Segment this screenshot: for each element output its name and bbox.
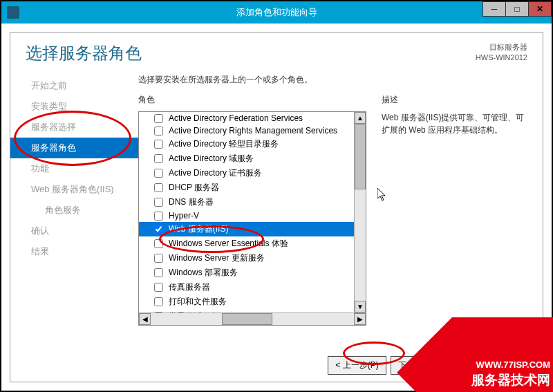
- role-checkbox[interactable]: [154, 254, 163, 263]
- scroll-left-icon[interactable]: ◀: [139, 313, 151, 325]
- role-item[interactable]: Windows 部署服务: [139, 265, 366, 280]
- role-item[interactable]: DHCP 服务器: [139, 180, 366, 195]
- vertical-scrollbar[interactable]: ▲ ▼: [354, 112, 366, 312]
- target-label: 目标服务器: [476, 42, 527, 53]
- role-label: Active Directory Rights Management Servi…: [169, 126, 337, 136]
- wizard-step-item[interactable]: 服务器角色: [10, 138, 138, 158]
- description-column-header: 描述: [382, 94, 530, 106]
- role-label: Active Directory 证书服务: [169, 167, 262, 179]
- role-label: Windows 部署服务: [169, 267, 238, 279]
- role-item[interactable]: Active Directory Rights Management Servi…: [139, 124, 366, 137]
- role-label: Active Directory Federation Services: [169, 113, 303, 123]
- role-item[interactable]: Active Directory Federation Services: [139, 112, 366, 124]
- wizard-step-item[interactable]: 安装类型: [10, 96, 138, 117]
- role-item[interactable]: Windows Server 更新服务: [139, 251, 366, 265]
- wizard-step-item[interactable]: 开始之前: [10, 75, 138, 96]
- wizard-step-item[interactable]: 结果: [10, 241, 138, 262]
- wizard-step-item[interactable]: 角色服务: [10, 200, 138, 221]
- role-checkbox[interactable]: [154, 127, 163, 136]
- wizard-footer: < 上一步(P) 下一步(N) > 安装(I) 取消: [10, 348, 543, 382]
- role-checkbox[interactable]: [154, 198, 163, 207]
- target-server-block: 目标服务器 HWS-WIN2012: [476, 42, 527, 63]
- roles-column-header: 角色: [138, 94, 366, 106]
- next-button[interactable]: 下一步(N) >: [391, 356, 449, 375]
- cancel-button[interactable]: 取消: [497, 356, 529, 375]
- app-icon: [7, 6, 19, 19]
- scroll-right-icon[interactable]: ▶: [354, 313, 366, 325]
- maximize-button[interactable]: □: [505, 1, 529, 17]
- role-label: Active Directory 域服务: [169, 153, 254, 165]
- minimize-button[interactable]: ─: [482, 1, 506, 17]
- role-checkbox[interactable]: [154, 140, 163, 149]
- role-label: Active Directory 轻型目录服务: [169, 138, 279, 150]
- roles-listbox[interactable]: Active Directory Federation ServicesActi…: [138, 111, 366, 326]
- scroll-thumb[interactable]: [355, 124, 366, 189]
- role-label: Web 服务器(IIS): [169, 223, 228, 235]
- role-label: DNS 服务器: [169, 196, 214, 208]
- role-label: Hyper-V: [169, 211, 199, 221]
- role-item[interactable]: Active Directory 域服务: [139, 151, 366, 166]
- role-item[interactable]: 打印和文件服务: [139, 295, 366, 309]
- role-item[interactable]: Web 服务器(IIS): [139, 222, 366, 236]
- close-button[interactable]: ✕: [528, 1, 552, 17]
- role-item[interactable]: Windows Server Essentials 体验: [139, 236, 366, 251]
- horizontal-scrollbar[interactable]: ◀ ▶: [139, 312, 366, 325]
- role-label: 传真服务器: [169, 281, 210, 293]
- titlebar: 添加角色和功能向导 ─ □ ✕: [1, 1, 552, 24]
- wizard-panel: 选择服务器角色 目标服务器 HWS-WIN2012 开始之前安装类型服务器选择服…: [10, 32, 543, 382]
- instruction-text: 选择要安装在所选服务器上的一个或多个角色。: [138, 74, 530, 86]
- role-checkbox[interactable]: [154, 268, 163, 277]
- page-title: 选择服务器角色: [26, 42, 142, 64]
- role-checkbox[interactable]: [154, 212, 163, 221]
- window-title: 添加角色和功能向导: [236, 6, 317, 19]
- role-checkbox[interactable]: [154, 297, 163, 306]
- role-item[interactable]: Hyper-V: [139, 209, 366, 222]
- previous-button[interactable]: < 上一步(P): [328, 356, 386, 375]
- scroll-down-icon[interactable]: ▼: [355, 301, 366, 312]
- role-checkbox[interactable]: [154, 154, 163, 163]
- role-item[interactable]: Active Directory 证书服务: [139, 166, 366, 180]
- role-checkbox[interactable]: [154, 239, 163, 248]
- target-value: HWS-WIN2012: [476, 53, 527, 63]
- role-checkbox[interactable]: [154, 183, 163, 192]
- wizard-step-item[interactable]: 功能: [10, 158, 138, 179]
- role-item[interactable]: 传真服务器: [139, 280, 366, 295]
- role-checkbox[interactable]: [154, 114, 163, 123]
- wizard-step-item[interactable]: Web 服务器角色(IIS): [10, 179, 138, 200]
- install-button[interactable]: 安装(I): [453, 356, 493, 375]
- role-item[interactable]: Active Directory 轻型目录服务: [139, 137, 366, 151]
- role-checkbox[interactable]: [154, 283, 163, 292]
- role-label: Windows Server 更新服务: [169, 252, 265, 264]
- wizard-step-item[interactable]: 服务器选择: [10, 117, 138, 138]
- wizard-step-item[interactable]: 确认: [10, 221, 138, 241]
- hscroll-thumb[interactable]: [222, 313, 273, 325]
- role-item[interactable]: DNS 服务器: [139, 195, 366, 209]
- role-checkbox[interactable]: [154, 169, 163, 178]
- role-label: 打印和文件服务: [169, 296, 227, 308]
- role-label: DHCP 服务器: [169, 182, 219, 194]
- wizard-steps-sidebar: 开始之前安装类型服务器选择服务器角色功能Web 服务器角色(IIS)角色服务确认…: [10, 67, 138, 348]
- role-label: Windows Server Essentials 体验: [169, 238, 288, 250]
- role-checkbox[interactable]: [154, 225, 163, 234]
- description-text: Web 服务器(IIS)提供可靠、可管理、可扩展的 Web 应用程序基础结构。: [382, 111, 530, 136]
- window-controls: ─ □ ✕: [483, 1, 552, 17]
- scroll-up-icon[interactable]: ▲: [355, 112, 366, 124]
